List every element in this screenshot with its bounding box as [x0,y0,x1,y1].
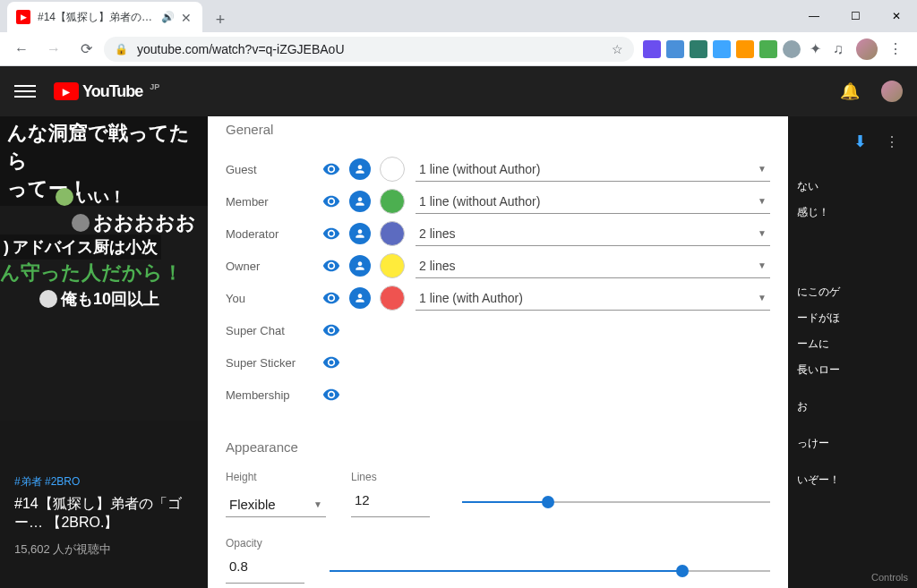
height-select[interactable]: Flexible ▼ [226,492,326,517]
chat-message: いぞー！ [797,467,908,493]
extension-icon[interactable] [736,40,754,58]
color-picker[interactable] [380,189,405,214]
chevron-down-icon: ▼ [758,164,767,174]
browser-tab[interactable]: ▶ #14【狐探し】弟者の「ゴースト・オ… 🔊 ✕ [7,2,202,32]
author-toggle[interactable] [349,223,371,244]
color-picker[interactable] [380,285,405,311]
row-label: Membership [226,388,321,402]
video-tags[interactable]: #弟者 #2BRO [14,474,208,490]
chat-message [797,383,908,394]
new-tab-button[interactable]: + [208,7,233,32]
chat-message [797,456,908,467]
opacity-input[interactable]: 0.8 [226,558,304,584]
visibility-toggle[interactable] [321,191,342,212]
address-bar[interactable]: 🔒 youtube.com/watch?v=q-iZGJEBAoU ☆ [104,37,634,62]
color-picker[interactable] [380,221,405,246]
lines-label: Lines [351,471,430,483]
notifications-icon[interactable]: 🔔 [840,81,860,101]
back-button[interactable]: ← [7,35,36,64]
tab-close-icon[interactable]: ✕ [181,11,193,23]
chat-sidebar: ⬇ ⋮ ない感じ！にこのゲードがほームに長いローおっけーいぞー！ Control… [788,116,917,588]
url-text: youtube.com/watch?v=q-iZGJEBAoU [137,42,345,56]
author-toggle[interactable] [349,191,371,212]
row-label: Super Sticker [226,356,321,370]
lines-select[interactable]: 1 line (with Author)▼ [416,285,770,311]
extension-icon[interactable] [690,40,707,58]
close-window-button[interactable]: ✕ [876,0,917,32]
chat-message: っけー [797,430,908,456]
row-label: Moderator [226,227,321,241]
download-icon[interactable]: ⬇ [853,132,867,151]
more-menu-icon[interactable]: ⋮ [885,133,899,150]
row-label: You [226,292,321,305]
visibility-toggle[interactable] [321,320,342,341]
visibility-toggle[interactable] [321,384,342,405]
video-title: #14【狐探し】弟者の「ゴー… 【2BRO.】 [14,495,208,533]
chat-overlay-text: ん守った人だから！ [0,260,183,286]
chrome-menu-button[interactable]: ⋮ [881,35,910,64]
section-general: General [226,122,770,137]
lines-slider[interactable] [462,487,770,517]
hamburger-menu[interactable] [14,81,36,102]
audio-icon[interactable]: 🔊 [161,11,174,23]
lines-select[interactable]: 1 line (without Author)▼ [416,157,770,182]
color-picker[interactable] [380,157,405,182]
lines-select[interactable]: 2 lines▼ [416,253,770,278]
footer-controls[interactable]: Controls [871,572,908,583]
viewer-count: 15,602 人が視聴中 [14,541,208,558]
extensions-menu-icon[interactable]: ✦ [806,40,824,58]
extension-icon[interactable] [783,40,801,58]
video-player[interactable]: んな洞窟で戦ってたら ってー！ いい！ おおおおお )アドバイス厨は小次 ん守っ… [0,116,208,421]
maximize-button[interactable]: ☐ [835,0,876,32]
bookmark-star-icon[interactable]: ☆ [612,42,623,56]
role-row-moderator: Moderator2 lines▼ [226,217,770,250]
lines-select[interactable]: 1 line (without Author)▼ [416,189,770,214]
chat-overlay-text: いい！ [77,186,125,208]
author-toggle[interactable] [349,287,371,309]
role-row-super-sticker: Super Sticker [226,346,770,379]
row-label: Super Chat [226,324,321,337]
chevron-down-icon: ▼ [758,196,767,206]
visibility-toggle[interactable] [321,223,342,244]
reload-button[interactable]: ⟳ [72,35,100,64]
role-row-membership: Membership [226,379,770,411]
opacity-slider[interactable] [330,570,770,572]
chat-overlay-text: アドバイス厨は小次 [13,236,158,258]
role-row-super-chat: Super Chat [226,314,770,346]
forward-button[interactable]: → [39,35,68,64]
author-toggle[interactable] [349,255,371,277]
extension-icon[interactable] [666,40,684,58]
chat-message [797,247,908,258]
chat-message: 感じ！ [797,200,908,226]
youtube-favicon: ▶ [16,10,30,24]
chevron-down-icon: ▼ [758,228,767,238]
role-row-owner: Owner2 lines▼ [226,250,770,282]
visibility-toggle[interactable] [321,255,342,277]
extension-icon[interactable] [643,40,661,58]
youtube-logo[interactable]: ▶ YouTube JP [54,82,159,101]
chevron-down-icon: ▼ [758,260,767,270]
lines-input[interactable]: 12 [351,492,430,517]
media-control-icon[interactable]: ♫ [829,40,847,58]
opacity-label: Opacity [226,537,770,550]
visibility-toggle[interactable] [321,352,342,373]
visibility-toggle[interactable] [321,158,342,180]
visibility-toggle[interactable] [321,287,342,309]
row-label: Member [226,195,321,209]
chat-overlay-text: 俺も10回以上 [61,288,159,310]
extension-icon[interactable] [759,40,777,58]
chevron-down-icon: ▼ [313,499,322,509]
user-avatar[interactable] [881,81,903,102]
chat-message: ない [797,174,908,200]
youtube-header: ▶ YouTube JP 🔔 [0,66,917,116]
section-appearance: Appearance [226,439,770,455]
extension-icon[interactable] [713,40,731,58]
video-info: #弟者 #2BRO #14【狐探し】弟者の「ゴー… 【2BRO.】 15,602… [14,474,208,558]
lines-select[interactable]: 2 lines▼ [416,221,770,246]
profile-avatar[interactable] [856,38,878,60]
browser-toolbar: ← → ⟳ 🔒 youtube.com/watch?v=q-iZGJEBAoU … [0,32,917,66]
author-toggle[interactable] [349,158,371,180]
minimize-button[interactable]: — [793,0,835,32]
color-picker[interactable] [380,253,405,278]
chat-message: 長いロー [797,357,908,383]
